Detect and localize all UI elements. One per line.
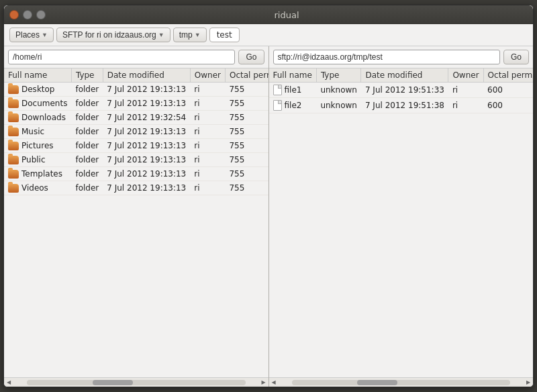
cell-date: 7 Jul 2012 19:13:13	[103, 181, 190, 195]
table-row[interactable]: Desktop folder 7 Jul 2012 19:13:13 ri 75…	[4, 83, 268, 97]
cell-name: Videos	[4, 181, 71, 195]
cell-octal: 755	[225, 111, 268, 125]
window-title: ridual	[46, 10, 528, 20]
right-col-type[interactable]: Type	[316, 68, 361, 83]
left-table-header: Full name Type Date modified Owner Octal…	[4, 68, 268, 83]
tmp-button[interactable]: tmp ▼	[173, 28, 207, 42]
cell-date: 7 Jul 2012 19:13:13	[103, 97, 190, 111]
left-col-type[interactable]: Type	[71, 68, 103, 83]
table-row[interactable]: Public folder 7 Jul 2012 19:13:13 ri 755	[4, 153, 268, 167]
right-scrollbar-track	[292, 380, 511, 385]
table-row[interactable]: Downloads folder 7 Jul 2012 19:32:54 ri …	[4, 111, 268, 125]
table-row[interactable]: Music folder 7 Jul 2012 19:13:13 ri 755	[4, 125, 268, 139]
right-scrollbar[interactable]: ◀ ▶	[269, 377, 534, 387]
cell-date: 7 Jul 2012 19:13:13	[103, 167, 190, 181]
table-row[interactable]: Videos folder 7 Jul 2012 19:13:13 ri 755	[4, 181, 268, 195]
right-address-input[interactable]	[273, 50, 500, 64]
left-go-button[interactable]: Go	[238, 50, 264, 64]
cell-octal: 755	[225, 181, 268, 195]
left-col-octal[interactable]: Octal perm	[225, 68, 268, 83]
places-label: Places	[15, 30, 40, 40]
cell-type: unknown	[316, 98, 361, 113]
cell-owner: ri	[448, 98, 483, 113]
tmp-label: tmp	[179, 30, 193, 40]
left-col-date[interactable]: Date modified	[103, 68, 190, 83]
cell-octal: 755	[225, 97, 268, 111]
table-row[interactable]: file1 unknown 7 Jul 2012 19:51:33 ri 600	[269, 83, 534, 98]
cell-octal: 755	[225, 167, 268, 181]
right-col-octal[interactable]: Octal perms	[483, 68, 533, 83]
table-row[interactable]: Pictures folder 7 Jul 2012 19:13:13 ri 7…	[4, 139, 268, 153]
left-scrollbar-thumb[interactable]	[93, 380, 133, 385]
cell-date: 7 Jul 2012 19:13:13	[103, 83, 190, 97]
cell-owner: ri	[190, 97, 225, 111]
cell-date: 7 Jul 2012 19:13:13	[103, 125, 190, 139]
maximize-button[interactable]	[36, 10, 46, 19]
cell-owner: ri	[190, 139, 225, 153]
right-scroll-left-icon[interactable]: ◀	[269, 378, 279, 387]
right-col-fullname[interactable]: Full name	[269, 68, 317, 83]
cell-type: folder	[71, 83, 103, 97]
left-address-input[interactable]	[8, 50, 235, 64]
cell-name: Documents	[4, 97, 71, 111]
table-row[interactable]: file2 unknown 7 Jul 2012 19:51:38 ri 600	[269, 98, 534, 113]
right-table: Full name Type Date modified Owner Octal…	[269, 68, 534, 113]
cell-date: 7 Jul 2012 19:13:13	[103, 153, 190, 167]
right-address-bar: Go	[269, 46, 534, 68]
cell-type: unknown	[316, 83, 361, 98]
cell-name: Desktop	[4, 83, 71, 97]
cell-type: folder	[71, 181, 103, 195]
cell-owner: ri	[190, 181, 225, 195]
cell-owner: ri	[190, 153, 225, 167]
right-scrollbar-thumb[interactable]	[357, 380, 397, 385]
left-scroll-left-icon[interactable]: ◀	[4, 378, 13, 387]
cell-type: folder	[71, 167, 103, 181]
minimize-button[interactable]	[23, 10, 32, 19]
right-go-button[interactable]: Go	[503, 50, 529, 64]
left-pane: Go Full name Type Date modified Owner Oc…	[4, 46, 269, 387]
app-window: ridual Places ▼ SFTP for ri on idzaaus.o…	[3, 5, 534, 387]
cell-type: folder	[71, 111, 103, 125]
cell-date: 7 Jul 2012 19:51:33	[361, 83, 448, 98]
cell-owner: ri	[190, 83, 225, 97]
cell-date: 7 Jul 2012 19:13:13	[103, 139, 190, 153]
cell-name: Pictures	[4, 139, 71, 153]
left-scroll-right-icon[interactable]: ▶	[259, 378, 268, 387]
left-file-table: Full name Type Date modified Owner Octal…	[4, 68, 268, 377]
cell-type: folder	[71, 97, 103, 111]
left-table: Full name Type Date modified Owner Octal…	[4, 68, 268, 195]
cell-octal: 755	[225, 139, 268, 153]
left-address-bar: Go	[4, 46, 268, 68]
table-row[interactable]: Templates folder 7 Jul 2012 19:13:13 ri …	[4, 167, 268, 181]
close-button[interactable]	[9, 10, 19, 19]
cell-octal: 600	[483, 98, 533, 113]
cell-type: folder	[71, 139, 103, 153]
titlebar: ridual	[4, 5, 533, 24]
cell-name: Public	[4, 153, 71, 167]
cell-name: file1	[269, 83, 317, 98]
cell-type: folder	[71, 125, 103, 139]
cell-date: 7 Jul 2012 19:51:38	[361, 98, 448, 113]
cell-octal: 755	[225, 125, 268, 139]
cell-date: 7 Jul 2012 19:32:54	[103, 111, 190, 125]
cell-name: Downloads	[4, 111, 71, 125]
cell-name: Templates	[4, 167, 71, 181]
test-tab[interactable]: test	[209, 28, 240, 42]
right-col-date[interactable]: Date modified	[361, 68, 448, 83]
sftp-button[interactable]: SFTP for ri on idzaaus.org ▼	[56, 28, 170, 42]
places-button[interactable]: Places ▼	[9, 28, 54, 42]
right-scroll-right-icon[interactable]: ▶	[524, 378, 533, 387]
cell-octal: 755	[225, 153, 268, 167]
cell-owner: ri	[190, 167, 225, 181]
left-col-owner[interactable]: Owner	[190, 68, 225, 83]
right-col-owner[interactable]: Owner	[448, 68, 483, 83]
cell-name: Music	[4, 125, 71, 139]
table-row[interactable]: Documents folder 7 Jul 2012 19:13:13 ri …	[4, 97, 268, 111]
right-pane: Go Full name Type Date modified Owner Oc…	[269, 46, 534, 387]
places-arrow-icon: ▼	[42, 32, 48, 38]
sftp-arrow-icon: ▼	[158, 32, 164, 38]
window-controls	[9, 10, 46, 19]
left-scrollbar-track	[27, 380, 246, 385]
left-scrollbar[interactable]: ◀ ▶	[4, 377, 268, 387]
left-col-fullname[interactable]: Full name	[4, 68, 71, 83]
